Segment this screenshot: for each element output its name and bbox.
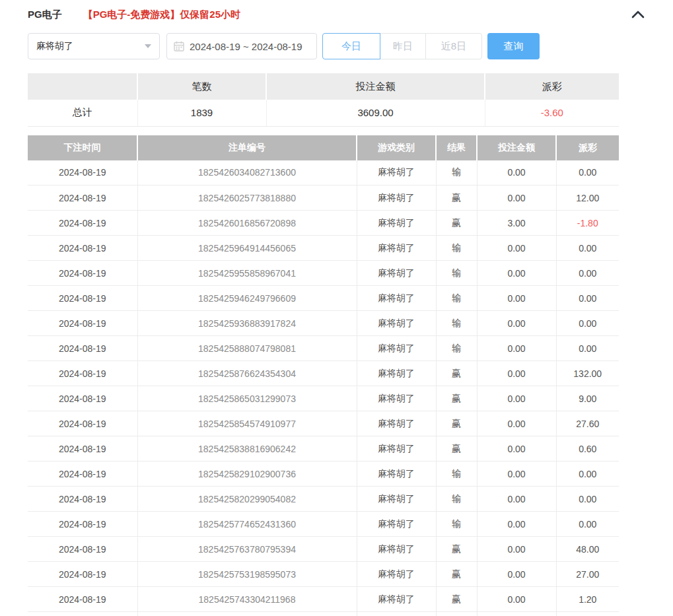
calendar-icon [174,41,184,51]
cell-bet-time: 2024-08-19 [28,562,137,587]
summary-header-payout: 派彩 [485,73,619,100]
date-range-picker[interactable]: 2024-08-19 ~ 2024-08-19 [166,33,317,59]
cell-bet-time: 2024-08-19 [28,386,137,411]
cell-game-type: 麻将胡了 [357,436,436,462]
table-row: 2024-08-191825426016856720898麻将胡了赢3.00-1… [28,211,619,236]
cell-payout: 0.00 [556,512,619,537]
cell-bet-time: 2024-08-19 [28,612,137,616]
cell-order-no: 1825425964914456065 [137,236,357,261]
table-row: 2024-08-191825426025773818880麻将胡了赢0.0012… [28,186,619,211]
table-row: 2024-08-191825425763780795394麻将胡了赢0.0048… [28,537,619,562]
cell-payout: 12.00 [556,186,619,211]
cell-result: 输 [436,462,477,487]
cell-bet-time: 2024-08-19 [28,336,137,361]
cell-order-no: 1825425753198595073 [137,562,357,587]
cell-result: 赢 [436,562,477,587]
table-row: 2024-08-191825425737407400832麻将胡了赢0.004.… [28,612,619,616]
cell-bet-amount: 0.00 [477,336,556,361]
cell-order-no: 1825426034082713600 [137,160,357,186]
cell-order-no: 1825425888074798081 [137,336,357,361]
cell-payout: -1.80 [556,211,619,236]
cell-game-type: 麻将胡了 [357,562,436,587]
panel-title: PG电子 [28,9,62,21]
cell-bet-amount: 0.00 [477,487,556,512]
cell-game-type: 麻将胡了 [357,612,436,616]
table-row: 2024-08-191825426034082713600麻将胡了输0.000.… [28,160,619,186]
cell-payout: 27.60 [556,411,619,436]
cell-order-no: 1825425865031299073 [137,386,357,411]
cell-payout: 132.00 [556,361,619,386]
cell-game-type: 麻将胡了 [357,487,436,512]
cell-bet-time: 2024-08-19 [28,487,137,512]
cell-game-type: 麻将胡了 [357,311,436,336]
today-button[interactable]: 今日 [322,33,380,59]
table-row: 2024-08-191825425964914456065麻将胡了输0.000.… [28,236,619,261]
cell-bet-amount: 0.00 [477,436,556,462]
cell-game-type: 麻将胡了 [357,462,436,487]
cell-game-type: 麻将胡了 [357,336,436,361]
filter-bar: 麻将胡了 2024-08-19 ~ 2024-08-19 [28,33,645,59]
cell-game-type: 麻将胡了 [357,261,436,286]
cell-bet-time: 2024-08-19 [28,311,137,336]
cell-order-no: 1825425829102900736 [137,462,357,487]
cell-payout: 0.60 [556,436,619,462]
col-header-order-no: 注单编号 [137,135,357,160]
cell-bet-time: 2024-08-19 [28,361,137,386]
cell-order-no: 1825425936883917824 [137,311,357,336]
col-header-game-type: 游戏类别 [357,135,436,160]
cell-bet-time: 2024-08-19 [28,512,137,537]
last-8-days-button[interactable]: 近8日 [425,33,482,59]
cell-result: 赢 [436,587,477,612]
summary-total-count: 1839 [137,100,266,126]
cell-bet-time: 2024-08-19 [28,587,137,612]
cell-game-type: 麻将胡了 [357,587,436,612]
cell-bet-amount: 0.00 [477,160,556,186]
yesterday-button[interactable]: 昨日 [380,33,426,59]
cell-order-no: 1825426025773818880 [137,186,357,211]
cell-bet-amount: 0.00 [477,311,556,336]
cell-result: 输 [436,286,477,311]
pg-report-panel: PG电子 【PG电子-免费游戏】仅保留25小时 麻将胡了 [0,0,673,616]
table-row: 2024-08-191825425955858967041麻将胡了输0.000.… [28,261,619,286]
summary-total-payout: -3.60 [485,100,619,126]
retention-notice: 【PG电子-免费游戏】仅保留25小时 [83,9,240,21]
cell-result: 输 [436,512,477,537]
table-row: 2024-08-191825425888074798081麻将胡了输0.000.… [28,336,619,361]
col-header-bet-amount: 投注金额 [477,135,556,160]
cell-payout: 0.00 [556,462,619,487]
col-header-bet-time: 下注时间 [28,135,137,160]
cell-bet-amount: 0.00 [477,562,556,587]
cell-result: 赢 [436,612,477,616]
cell-bet-time: 2024-08-19 [28,462,137,487]
table-row: 2024-08-191825425838816906242麻将胡了赢0.000.… [28,436,619,462]
cell-payout: 0.00 [556,261,619,286]
cell-bet-time: 2024-08-19 [28,411,137,436]
cell-bet-time: 2024-08-19 [28,186,137,211]
cell-bet-time: 2024-08-19 [28,160,137,186]
game-type-select[interactable]: 麻将胡了 [28,33,160,59]
cell-order-no: 1825425774652431360 [137,512,357,537]
cell-bet-amount: 0.00 [477,361,556,386]
game-type-value: 麻将胡了 [36,40,73,52]
cell-bet-amount: 0.00 [477,186,556,211]
cell-bet-time: 2024-08-19 [28,261,137,286]
query-button[interactable]: 查询 [487,33,540,59]
cell-bet-amount: 0.00 [477,286,556,311]
cell-result: 输 [436,487,477,512]
table-row: 2024-08-191825425854574910977麻将胡了赢0.0027… [28,411,619,436]
cell-payout: 0.00 [556,236,619,261]
table-row: 2024-08-191825425820299054082麻将胡了输0.000.… [28,487,619,512]
cell-bet-amount: 0.00 [477,587,556,612]
col-header-payout: 派彩 [556,135,619,160]
table-row: 2024-08-191825425876624354304麻将胡了赢0.0013… [28,361,619,386]
cell-bet-amount: 3.00 [477,211,556,236]
cell-payout: 0.00 [556,487,619,512]
date-range-value: 2024-08-19 ~ 2024-08-19 [190,41,302,52]
cell-order-no: 1825425946249796609 [137,286,357,311]
cell-result: 输 [436,236,477,261]
cell-result: 输 [436,336,477,361]
cell-result: 输 [436,160,477,186]
table-row: 2024-08-191825425743304211968麻将胡了赢0.001.… [28,587,619,612]
col-header-result: 结果 [436,135,477,160]
collapse-panel-button[interactable] [631,10,645,19]
